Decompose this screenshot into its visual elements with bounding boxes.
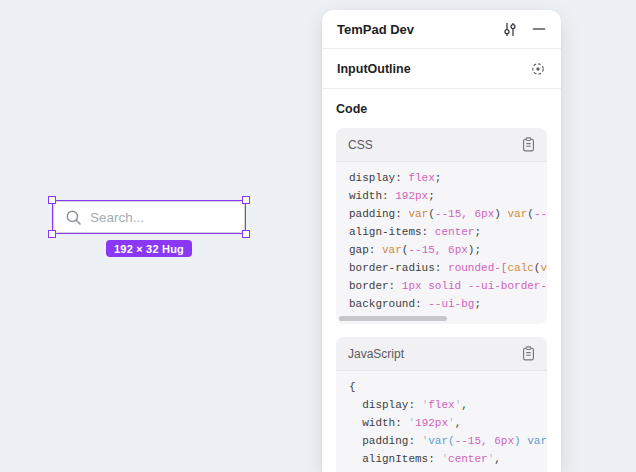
code-section: Code CSS display: flex;width: 192px;padd… — [322, 89, 561, 472]
selection-handle-bottom-left[interactable] — [48, 230, 56, 238]
search-input[interactable]: Search... — [53, 201, 245, 233]
selection-handle-top-left[interactable] — [48, 196, 56, 204]
horizontal-scrollbar-thumb[interactable] — [339, 316, 447, 321]
minimize-button[interactable] — [532, 22, 546, 36]
settings-sliders-button[interactable] — [502, 22, 518, 37]
javascript-code-block: JavaScript { display: 'flex', width: '19… — [336, 337, 547, 472]
search-placeholder-text: Search... — [90, 210, 144, 225]
selection-handle-top-right[interactable] — [242, 196, 250, 204]
locate-target-icon — [530, 61, 546, 77]
selected-component-frame: Search... — [53, 201, 245, 233]
javascript-block-label: JavaScript — [348, 347, 404, 361]
panel-header: TemPad Dev — [322, 10, 561, 49]
tempad-dev-panel: TemPad Dev InputOutline — [322, 10, 561, 472]
css-block-header: CSS — [336, 128, 547, 162]
clipboard-copy-icon — [522, 137, 535, 152]
css-block-label: CSS — [348, 138, 373, 152]
dimension-badge: 192 × 32 Hug — [106, 240, 192, 257]
locate-component-button[interactable] — [530, 61, 546, 77]
minimize-icon — [532, 22, 546, 36]
clipboard-copy-icon — [522, 346, 535, 361]
css-code-block: CSS display: flex;width: 192px;padding: … — [336, 128, 547, 324]
css-code-content[interactable]: display: flex;width: 192px;padding: var(… — [336, 162, 547, 324]
panel-title: TemPad Dev — [337, 22, 414, 37]
copy-css-button[interactable] — [522, 137, 535, 152]
sliders-icon — [502, 22, 518, 37]
code-section-title: Code — [336, 102, 547, 116]
panel-header-actions — [502, 22, 546, 37]
dimension-badge-wrap: 192 × 32 Hug — [53, 240, 245, 257]
selection-handle-bottom-right[interactable] — [242, 230, 250, 238]
copy-javascript-button[interactable] — [522, 346, 535, 361]
selected-component-row: InputOutline — [322, 49, 561, 89]
javascript-code-content[interactable]: { display: 'flex', width: '192px', paddi… — [336, 371, 547, 472]
magnifier-icon — [65, 209, 82, 226]
selected-component-name: InputOutline — [337, 62, 411, 76]
javascript-block-header: JavaScript — [336, 337, 547, 371]
